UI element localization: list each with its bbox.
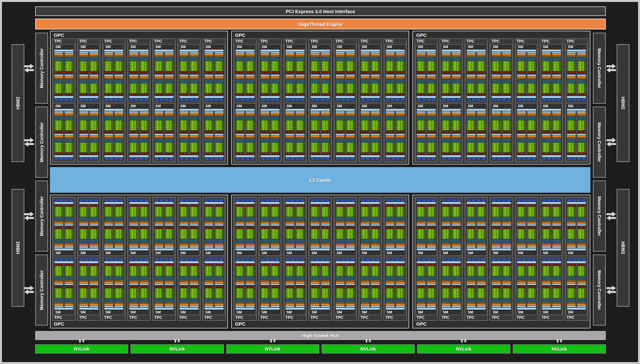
sm-box: SM [516, 198, 537, 256]
dispatch-unit-bar [246, 221, 255, 222]
sm-processing-block [442, 52, 450, 73]
load-store-units-row [271, 227, 279, 229]
sm-label: SM [129, 45, 148, 49]
load-store-units-row [542, 264, 551, 266]
texture-units-row [155, 258, 174, 261]
core-grid [442, 120, 450, 130]
sm-core-column [501, 205, 511, 248]
warp-scheduler-bar [542, 282, 551, 283]
sm-core-columns [311, 264, 329, 307]
warp-scheduler-bar [180, 113, 188, 115]
register-file-block [417, 217, 425, 221]
l0-cache-bar [215, 75, 223, 76]
register-file-block [492, 57, 500, 61]
sm-core-column [311, 52, 319, 95]
texture-unit [311, 158, 315, 160]
texture-unit [502, 158, 506, 160]
register-file-block [361, 276, 369, 280]
texture-unit [497, 158, 501, 160]
texture-unit [119, 199, 123, 201]
dispatch-unit-bar [236, 115, 244, 116]
sm-processing-block [361, 75, 369, 96]
texture-unit [366, 99, 370, 101]
texture-units-row [286, 99, 304, 101]
sm-processing-block [477, 75, 486, 96]
load-store-units-row [427, 264, 436, 266]
load-store-units-row [79, 131, 88, 133]
sm-label: SM [336, 45, 355, 49]
sm-processing-block [271, 52, 279, 73]
register-file-block [477, 276, 486, 280]
texture-unit [215, 99, 218, 101]
load-store-units-row [236, 131, 244, 133]
l0-cache-bar [452, 224, 461, 226]
l1-instruction-cache-bar [155, 308, 174, 310]
texture-units-row [517, 199, 536, 201]
sm-core-column [164, 111, 174, 155]
dispatch-unit-bar [261, 115, 269, 116]
dispatch-unit-bar [502, 56, 511, 57]
nvlink-arrow-cell [513, 340, 606, 344]
l0-cache-bar [417, 284, 425, 285]
sm-processing-block [542, 111, 551, 133]
register-file-block [190, 139, 198, 142]
sm-processing-block [155, 75, 163, 96]
sm-core-column [476, 264, 486, 307]
dispatch-unit-bar [502, 280, 511, 281]
sm-processing-block [115, 52, 123, 73]
core-grid [492, 207, 500, 217]
texture-unit [527, 158, 531, 160]
register-file-block [205, 217, 213, 221]
l0-cache-bar [427, 75, 436, 76]
warp-scheduler-bar [261, 245, 269, 246]
texture-unit [80, 199, 84, 201]
load-store-units-row [65, 286, 73, 288]
texture-unit [165, 99, 168, 101]
core-grid [129, 143, 138, 153]
register-file-block [165, 217, 174, 221]
sm-box: SM [103, 103, 125, 161]
texture-unit [366, 158, 370, 160]
register-file-block [336, 239, 344, 243]
sm-box: SM [541, 257, 562, 315]
core-grid [286, 143, 294, 153]
texture-unit [236, 199, 240, 201]
texture-unit [155, 199, 159, 201]
texture-unit [60, 158, 63, 160]
register-file-block [517, 239, 526, 243]
l0-cache-bar [552, 134, 561, 135]
l1-instruction-cache-bar [205, 109, 223, 111]
texture-unit [271, 199, 274, 201]
register-file-block [577, 217, 586, 221]
sm-processing-block [311, 205, 319, 226]
register-file-block [104, 217, 113, 221]
dispatch-unit-bar [452, 137, 461, 138]
sm-core-column [261, 52, 269, 95]
core-grid [517, 143, 526, 153]
hbm-transfer-arrows-icon [24, 285, 35, 295]
sm-processing-block [286, 286, 294, 307]
warp-scheduler-bar [155, 54, 163, 55]
sm-processing-block [65, 52, 73, 73]
warp-scheduler-bar [417, 76, 425, 78]
sm-stack: SMSM [53, 198, 75, 315]
dispatch-unit-bar [477, 303, 486, 303]
texture-unit [542, 199, 546, 201]
sm-processing-block [236, 227, 244, 248]
texture-unit [165, 199, 168, 201]
texture-units-row [467, 199, 486, 201]
load-store-units-row [321, 264, 330, 266]
sm-label: SM [361, 104, 380, 108]
register-file-block [54, 239, 63, 243]
sm-core-column [542, 205, 551, 248]
l1-data-cache-bar [492, 202, 511, 204]
dispatch-unit-bar [361, 221, 369, 222]
sm-processing-block [104, 227, 113, 248]
register-file-block [361, 298, 369, 302]
texture-unit [482, 158, 485, 160]
register-file-block [336, 116, 344, 120]
texture-unit [396, 158, 400, 160]
core-grid [346, 61, 355, 71]
load-store-units-row [261, 71, 269, 73]
warp-scheduler-bar [115, 135, 123, 137]
